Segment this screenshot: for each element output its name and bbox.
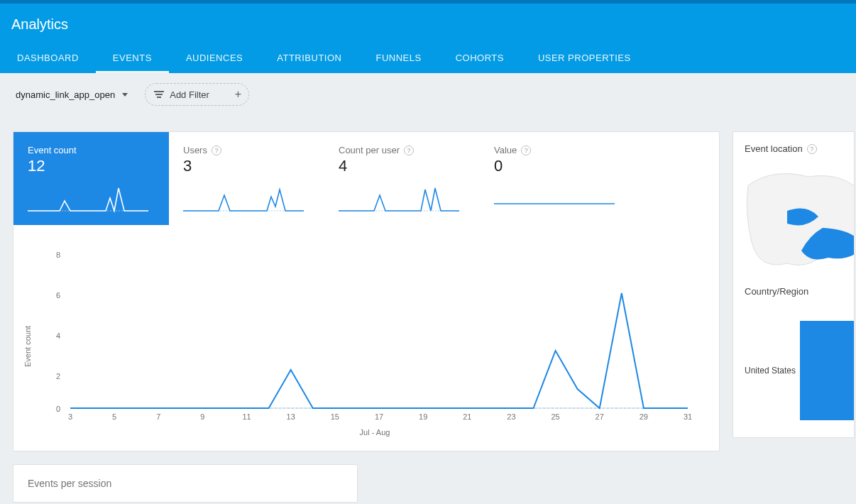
- metric-value: 12: [28, 157, 156, 175]
- svg-text:8: 8: [56, 251, 60, 259]
- tab-cohorts[interactable]: COHORTS: [439, 43, 521, 73]
- metrics-card: Event count 12 Users ? 3: [13, 131, 720, 451]
- help-icon[interactable]: ?: [404, 146, 414, 155]
- add-filter-button[interactable]: Add Filter +: [145, 83, 249, 106]
- svg-text:6: 6: [56, 291, 60, 300]
- help-icon[interactable]: ?: [212, 146, 221, 155]
- svg-text:5: 5: [112, 412, 116, 421]
- event-location-title: Event location: [745, 143, 803, 154]
- sparkline-count-per-user: [339, 182, 459, 215]
- add-filter-label: Add Filter: [170, 89, 209, 100]
- metric-value[interactable]: Value ? 0: [480, 132, 635, 225]
- country-region-label: Country/Region: [745, 286, 854, 297]
- country-row: United States: [745, 321, 854, 420]
- chart-y-title: Event count: [23, 326, 32, 367]
- tab-user-properties[interactable]: USER PROPERTIES: [521, 43, 648, 73]
- metrics-row: Event count 12 Users ? 3: [13, 132, 719, 225]
- metric-value-number: 0: [494, 157, 622, 175]
- svg-text:21: 21: [463, 412, 471, 421]
- svg-text:3: 3: [68, 412, 72, 421]
- sparkline-event-count: [28, 182, 148, 215]
- metric-label: Count per user: [339, 145, 400, 155]
- metric-event-count[interactable]: Event count 12: [13, 132, 169, 225]
- country-name: United States: [745, 366, 796, 376]
- metric-count-per-user[interactable]: Count per user ? 4: [324, 132, 480, 225]
- nav-tabs: DASHBOARD EVENTS AUDIENCES ATTRIBUTION F…: [0, 43, 856, 73]
- event-dropdown-label: dynamic_link_app_open: [16, 89, 115, 100]
- line-chart: 8 6 4 2 0 35791113151719212325272931: [49, 238, 702, 422]
- metric-label: Value: [494, 145, 517, 155]
- metric-value: 3: [183, 157, 312, 175]
- svg-text:2: 2: [56, 372, 60, 380]
- help-icon[interactable]: ?: [807, 144, 817, 154]
- tab-events[interactable]: EVENTS: [96, 43, 169, 73]
- tab-funnels[interactable]: FUNNELS: [358, 43, 438, 73]
- svg-text:25: 25: [551, 412, 559, 421]
- plus-icon: +: [235, 88, 241, 101]
- svg-text:29: 29: [640, 412, 648, 421]
- page-title: Analytics: [0, 16, 856, 43]
- map[interactable]: [745, 164, 854, 278]
- svg-text:7: 7: [156, 412, 160, 421]
- svg-text:17: 17: [375, 412, 383, 421]
- filter-bar: dynamic_link_app_open Add Filter +: [0, 73, 856, 116]
- metric-label: Users: [183, 145, 207, 155]
- events-per-session-title: Events per session: [28, 478, 343, 489]
- tab-audiences[interactable]: AUDIENCES: [169, 43, 260, 73]
- svg-text:9: 9: [200, 412, 204, 421]
- svg-text:23: 23: [507, 412, 515, 421]
- svg-text:15: 15: [331, 412, 339, 421]
- svg-text:19: 19: [419, 412, 427, 421]
- event-location-card: Event location ? Country/Region United S…: [732, 131, 855, 438]
- sparkline-users: [183, 182, 304, 215]
- metric-value: 4: [339, 157, 467, 175]
- events-per-session-card: Events per session: [13, 464, 358, 503]
- event-dropdown[interactable]: dynamic_link_app_open: [11, 87, 132, 103]
- main-chart: Event count 8 6 4 2 0 357911131517192123…: [13, 225, 719, 451]
- svg-text:11: 11: [242, 412, 251, 421]
- tab-dashboard[interactable]: DASHBOARD: [0, 43, 96, 73]
- app-header: Analytics DASHBOARD EVENTS AUDIENCES ATT…: [0, 4, 856, 73]
- svg-text:13: 13: [287, 412, 295, 421]
- caret-down-icon: [122, 93, 128, 97]
- tab-attribution[interactable]: ATTRIBUTION: [260, 43, 358, 73]
- help-icon[interactable]: ?: [521, 146, 531, 155]
- svg-text:31: 31: [684, 412, 692, 421]
- svg-text:4: 4: [56, 332, 60, 340]
- chart-x-title: Jul - Aug: [49, 428, 701, 437]
- metric-users[interactable]: Users ? 3: [169, 132, 324, 225]
- metric-label: Event count: [28, 145, 77, 155]
- svg-text:27: 27: [596, 412, 604, 421]
- country-bar: [800, 321, 854, 420]
- svg-text:0: 0: [56, 405, 60, 413]
- sparkline-value: [494, 182, 615, 215]
- filter-icon: [154, 91, 164, 98]
